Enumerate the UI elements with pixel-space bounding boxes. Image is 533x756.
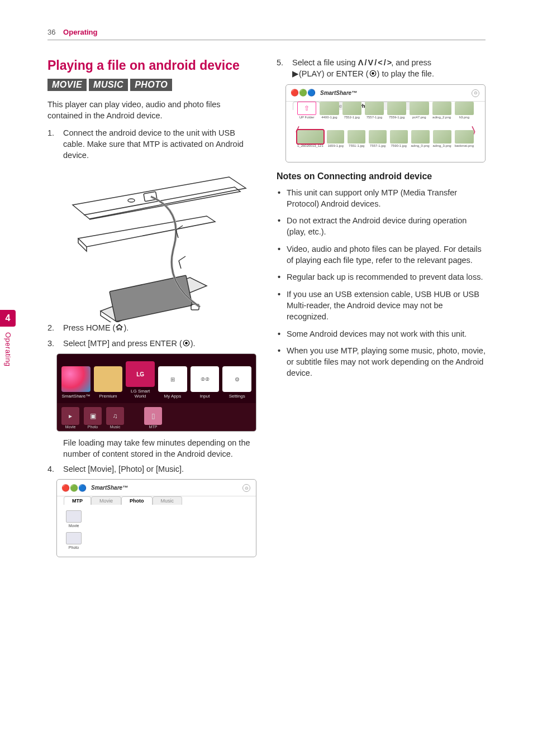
play-icon: ▶ [292,69,299,78]
badge-music: MUSIC [89,79,128,91]
svg-point-5 [185,342,188,344]
notes-heading: Notes on Connecting android device [277,171,486,181]
step-5: Select a file using Λ / V / < / >, and p… [277,57,486,80]
badge-photo: PHOTO [130,79,172,91]
badge-movie: MOVIE [47,79,87,91]
step-1: Connect the android device to the unit w… [47,127,256,161]
note-item: This unit can support only MTP (Media Tr… [277,187,486,210]
step-3: Select [MTP] and press ENTER (). [47,338,256,349]
intro-text: This player can play video, audio and ph… [47,99,256,122]
home-icon [115,323,123,332]
section-name: Operating [63,28,97,36]
enter-icon [182,339,191,347]
loading-note: File loading may take few minutes depend… [63,437,256,460]
note-item: Regular back up is recommended to preven… [277,271,486,283]
enter-icon [369,69,377,78]
svg-point-7 [372,73,374,75]
disc-icon: ⊝ [472,89,479,97]
note-item: Do not extract the Android device during… [277,215,486,238]
left-column: Playing a file on android device MOVIE M… [47,57,256,563]
note-item: If you use an USB extension cable, USB H… [277,289,486,323]
nav-arrows: Λ / V / < / > [358,58,392,67]
svg-rect-2 [110,275,192,322]
svg-point-0 [128,199,135,202]
page-number: 36 [47,28,55,36]
svg-rect-1 [144,192,157,202]
right-column: Select a file using Λ / V / < / >, and p… [277,57,486,563]
figure-photo-grid: 🔴🟢🔵 SmartShare™ ⊝ MTP Movie Photo Music … [285,84,486,162]
notes-list: This unit can support only MTP (Media Tr… [277,187,486,379]
note-item: When you use MTP, playing some music, ph… [277,345,486,379]
step-2: Press HOME (). [47,322,256,333]
page-header: 36 Operating [47,28,486,40]
note-item: Some Android devices may not work with t… [277,328,486,339]
media-badges: MOVIE MUSIC PHOTO [47,79,256,91]
figure-home-menu: SmartShare™ Premium LGLG Smart World ⊞My… [56,353,256,432]
note-item: Video, audio and photo files can be play… [277,243,486,266]
page-title: Playing a file on android device [47,57,256,74]
disc-icon: ⊝ [242,484,250,492]
figure-usb-connection [56,166,256,322]
figure-mtp-folders: 🔴🟢🔵 SmartShare™ ⊝ MTP Movie Photo Music … [56,479,256,557]
step-4: Select [Movie], [Photo] or [Music]. [47,463,256,475]
